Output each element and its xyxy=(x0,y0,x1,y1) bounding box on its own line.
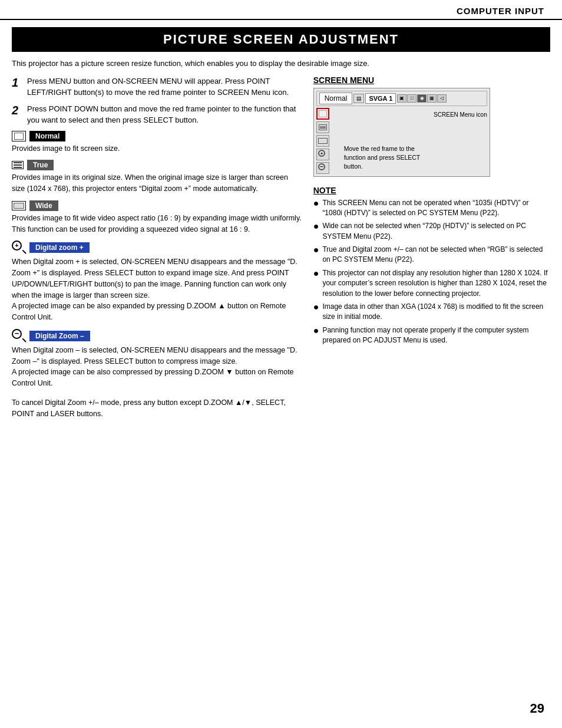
note-items: ● This SCREEN Menu can not be operated w… xyxy=(313,198,550,346)
section-digital-zoom-minus: − Digital Zoom – When Digital zoom – is … xyxy=(12,329,302,389)
normal-icon xyxy=(12,131,26,141)
screen-menu-box: Normal ▤ SVGA 1 ▣ □ ◉ ▦ ◁ xyxy=(313,88,490,177)
screen-menu-top-bar: Normal ▤ SVGA 1 ▣ □ ◉ ▦ ◁ xyxy=(316,91,487,106)
note-text-4: Image data in other than XGA (1024 x 768… xyxy=(322,302,550,322)
note-bullet-0: ● xyxy=(313,198,319,209)
smenu-left-icon-4: + xyxy=(316,149,329,160)
screen-menu-move-label: Move the red frame to the function and p… xyxy=(344,144,427,170)
right-column: SCREEN MENU Normal ▤ SVGA 1 ▣ □ ◉ ▦ ◁ xyxy=(313,75,550,420)
note-text-1: Wide can not be selected when “720p (HDT… xyxy=(322,221,550,242)
main-content: 1 Press MENU button and ON-SCREEN MENU w… xyxy=(0,75,562,420)
digital-zoom-plus-label: Digital zoom + xyxy=(29,242,90,253)
note-title: NOTE xyxy=(313,186,550,195)
screen-menu-title: SCREEN MENU xyxy=(313,75,550,85)
smenu-icon-a: ▣ xyxy=(397,94,406,103)
normal-body: Provides image to fit screen size. xyxy=(12,143,302,154)
wide-body: Provides image to fit wide video aspect … xyxy=(12,213,302,235)
step-2-number: 2 xyxy=(12,103,22,126)
left-column: 1 Press MENU button and ON-SCREEN MENU w… xyxy=(12,75,302,420)
digital-zoom-minus-label: Digital Zoom – xyxy=(29,331,90,341)
note-bullet-3: ● xyxy=(313,268,319,279)
note-text-5: Panning function may not operate properl… xyxy=(322,325,550,346)
note-item-1: ● Wide can not be selected when “720p (H… xyxy=(313,221,550,242)
note-bullet-5: ● xyxy=(313,325,319,336)
intro-text: This projector has a picture screen resi… xyxy=(12,58,550,70)
note-text-3: This projector can not display any resol… xyxy=(322,268,550,299)
screen-menu-svga: SVGA 1 xyxy=(365,93,396,104)
smenu-icon-e: ◁ xyxy=(437,94,447,103)
screen-menu-icon-label: SCREEN Menu icon xyxy=(434,111,487,118)
header-title: COMPUTER INPUT xyxy=(0,0,562,20)
note-bullet-1: ● xyxy=(313,221,319,232)
screen-menu-icon1: ▤ xyxy=(353,94,364,103)
digital-zoom-plus-icon: + xyxy=(12,241,26,255)
note-item-3: ● This projector can not display any res… xyxy=(313,268,550,299)
true-icon xyxy=(12,161,24,169)
page-title: PICTURE SCREEN ADJUSTMENT xyxy=(12,27,550,52)
step-2: 2 Press POINT DOWN button and move the r… xyxy=(12,103,302,126)
note-text-2: True and Digital zoom +/– can not be sel… xyxy=(322,245,550,265)
smenu-icon-b: □ xyxy=(407,94,416,103)
smenu-left-icons: + − xyxy=(316,108,329,174)
smenu-icon-c: ◉ xyxy=(417,94,427,103)
smenu-red-frame xyxy=(316,108,329,120)
cancel-note: To cancel Digital Zoom +/– mode, press a… xyxy=(12,397,302,420)
screen-menu-icons-row: ▣ □ ◉ ▦ ◁ xyxy=(397,94,447,103)
smenu-icon-d: ▦ xyxy=(427,94,437,103)
step-1: 1 Press MENU button and ON-SCREEN MENU w… xyxy=(12,75,302,98)
smenu-left-icon-5: − xyxy=(316,162,329,174)
note-section: NOTE ● This SCREEN Menu can not be opera… xyxy=(313,186,550,346)
section-digital-zoom-plus: + Digital zoom + When Digital zoom + is … xyxy=(12,241,302,323)
note-text-0: This SCREEN Menu can not be operated whe… xyxy=(322,198,550,219)
wide-icon xyxy=(12,201,26,210)
screen-menu-annotation: SCREEN Menu icon Move the red frame to t… xyxy=(332,108,487,174)
smenu-left-icon-3 xyxy=(316,135,329,147)
step-1-text: Press MENU button and ON-SCREEN MENU wil… xyxy=(27,75,302,98)
page-number: 29 xyxy=(530,701,544,716)
note-bullet-4: ● xyxy=(313,302,319,312)
digital-zoom-plus-body: When Digital zoom + is selected, ON-SCRE… xyxy=(12,256,302,323)
step-2-text: Press POINT DOWN button and move the red… xyxy=(27,103,302,126)
wide-label: Wide xyxy=(29,200,58,211)
note-item-0: ● This SCREEN Menu can not be operated w… xyxy=(313,198,550,219)
digital-zoom-minus-body: When Digital zoom – is selected, ON-SCRE… xyxy=(12,345,302,389)
section-wide: Wide Provides image to fit wide video as… xyxy=(12,200,302,235)
section-true: True Provides image in its original size… xyxy=(12,160,302,195)
step-1-number: 1 xyxy=(12,75,22,98)
note-item-4: ● Image data in other than XGA (1024 x 7… xyxy=(313,302,550,322)
digital-zoom-minus-icon: − xyxy=(12,329,26,343)
screen-menu-section: SCREEN MENU Normal ▤ SVGA 1 ▣ □ ◉ ▦ ◁ xyxy=(313,75,550,177)
normal-label: Normal xyxy=(29,131,65,141)
true-body: Provides image in its original size. Whe… xyxy=(12,172,302,195)
screen-menu-normal: Normal xyxy=(319,93,353,104)
section-normal: Normal Provides image to fit screen size… xyxy=(12,131,302,154)
note-item-2: ● True and Digital zoom +/– can not be s… xyxy=(313,245,550,265)
note-item-5: ● Panning function may not operate prope… xyxy=(313,325,550,346)
smenu-left-icon-2 xyxy=(316,121,329,133)
note-bullet-2: ● xyxy=(313,245,319,255)
true-label: True xyxy=(27,160,54,170)
screen-menu-body: + − SCREEN Menu icon xyxy=(316,108,487,174)
